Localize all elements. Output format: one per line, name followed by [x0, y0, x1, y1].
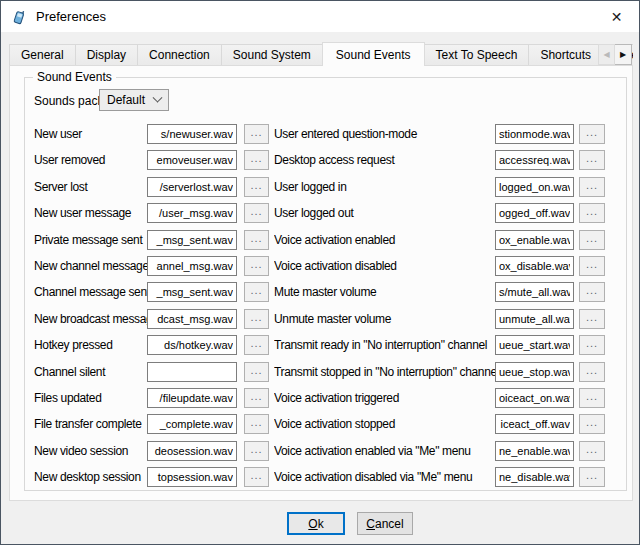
sounds-pack-value: Default	[107, 93, 145, 107]
sound-file-input-new-video-session[interactable]	[147, 441, 237, 461]
browse-button-user-removed[interactable]: ...	[244, 150, 269, 170]
groupbox-title: Sound Events	[33, 70, 116, 84]
browse-button-user-logged-out[interactable]: ...	[579, 203, 605, 223]
sound-file-input-user-logged-out[interactable]	[495, 203, 574, 223]
ok-button[interactable]: Ok	[287, 512, 345, 535]
sound-file-input-file-transfer-complete[interactable]	[147, 414, 237, 434]
sound-file-input-voice-activation-disabled[interactable]	[495, 256, 574, 276]
sounds-pack-select[interactable]: Default	[99, 89, 169, 111]
sound-file-input-voice-activation-disabled-via-me-menu[interactable]	[495, 467, 574, 487]
sound-file-input-new-channel-message[interactable]	[147, 256, 237, 276]
sound-file-input-voice-activation-triggered[interactable]	[495, 388, 574, 408]
sound-file-input-user-entered-question-mode[interactable]	[495, 124, 574, 144]
sound-event-label-channel-silent: Channel silent	[34, 365, 147, 379]
sound-event-rows: New user...User entered question-mode...…	[34, 124, 605, 493]
cancel-button[interactable]: Cancel	[357, 512, 413, 535]
browse-button-server-lost[interactable]: ...	[244, 177, 269, 197]
browse-button-voice-activation-triggered[interactable]: ...	[579, 388, 605, 408]
browse-button-new-broadcast-message[interactable]: ...	[244, 309, 269, 329]
tab-scroll-left-button[interactable]: ◀	[598, 44, 615, 65]
browse-button-voice-activation-stopped[interactable]: ...	[579, 414, 605, 434]
tab-general[interactable]: General	[9, 44, 76, 65]
browse-button-channel-silent[interactable]: ...	[244, 362, 269, 382]
browse-button-transmit-stopped-in-no-interruption-channel[interactable]: ...	[579, 362, 605, 382]
tab-text-to-speech[interactable]: Text To Speech	[424, 44, 530, 65]
sound-event-label-voice-activation-stopped: Voice activation stopped	[274, 417, 495, 431]
browse-button-mute-master-volume[interactable]: ...	[579, 282, 605, 302]
sound-file-input-new-user-message[interactable]	[147, 203, 237, 223]
browse-button-user-logged-in[interactable]: ...	[579, 177, 605, 197]
sound-event-label-new-desktop-session: New desktop session	[34, 470, 147, 484]
sound-file-input-private-message-sent[interactable]	[147, 230, 237, 250]
browse-button-new-desktop-session[interactable]: ...	[244, 467, 269, 487]
sound-event-row: New channel message...Voice activation d…	[34, 256, 605, 276]
sound-event-label-voice-activation-disabled-via-me-menu: Voice activation disabled via "Me" menu	[274, 470, 495, 484]
sound-file-input-transmit-stopped-in-no-interruption-channel[interactable]	[495, 362, 574, 382]
browse-button-new-channel-message[interactable]: ...	[244, 256, 269, 276]
sound-file-input-unmute-master-volume[interactable]	[495, 309, 574, 329]
sound-file-input-voice-activation-enabled[interactable]	[495, 230, 574, 250]
browse-button-desktop-access-request[interactable]: ...	[579, 150, 605, 170]
tab-sound-events[interactable]: Sound Events	[322, 42, 425, 66]
sound-event-label-voice-activation-triggered: Voice activation triggered	[274, 391, 495, 405]
tab-connection[interactable]: Connection	[137, 44, 222, 65]
sound-event-label-files-updated: Files updated	[34, 391, 147, 405]
sound-file-input-files-updated[interactable]	[147, 388, 237, 408]
sound-file-input-voice-activation-stopped[interactable]	[495, 414, 574, 434]
tab-display[interactable]: Display	[75, 44, 138, 65]
sound-file-input-server-lost[interactable]	[147, 177, 237, 197]
sound-file-input-new-user[interactable]	[147, 124, 237, 144]
sound-event-row: New desktop session...Voice activation d…	[34, 467, 605, 487]
browse-button-user-entered-question-mode[interactable]: ...	[579, 124, 605, 144]
sound-event-row: New broadcast message...Unmute master vo…	[34, 309, 605, 329]
sound-event-row: Channel silent...Transmit stopped in "No…	[34, 362, 605, 382]
sound-event-label-channel-message-sent: Channel message sent	[34, 285, 147, 299]
browse-button-file-transfer-complete[interactable]: ...	[244, 414, 269, 434]
sound-file-input-user-removed[interactable]	[147, 150, 237, 170]
close-button[interactable]: ✕	[594, 1, 639, 32]
sound-file-input-voice-activation-enabled-via-me-menu[interactable]	[495, 441, 574, 461]
browse-button-hotkey-pressed[interactable]: ...	[244, 335, 269, 355]
sound-file-input-transmit-ready-in-no-interruption-channel[interactable]	[495, 335, 574, 355]
preferences-dialog: Preferences ✕ GeneralDisplayConnectionSo…	[0, 0, 640, 545]
browse-button-voice-activation-disabled[interactable]: ...	[579, 256, 605, 276]
sound-event-row: New user...User entered question-mode...	[34, 124, 605, 144]
browse-button-transmit-ready-in-no-interruption-channel[interactable]: ...	[579, 335, 605, 355]
browse-button-private-message-sent[interactable]: ...	[244, 230, 269, 250]
sound-event-row: Private message sent...Voice activation …	[34, 230, 605, 250]
browse-button-voice-activation-disabled-via-me-menu[interactable]: ...	[579, 467, 605, 487]
sound-file-input-mute-master-volume[interactable]	[495, 282, 574, 302]
browse-button-new-user-message[interactable]: ...	[244, 203, 269, 223]
browse-button-new-user[interactable]: ...	[244, 124, 269, 144]
sound-file-input-new-desktop-session[interactable]	[147, 467, 237, 487]
sound-event-row: User removed...Desktop access request...	[34, 150, 605, 170]
tab-scroll-buttons: ◀ ▶	[598, 44, 632, 65]
tab-sound-system[interactable]: Sound System	[221, 44, 323, 65]
sound-event-label-desktop-access-request: Desktop access request	[274, 153, 495, 167]
browse-button-unmute-master-volume[interactable]: ...	[579, 309, 605, 329]
browse-button-new-video-session[interactable]: ...	[244, 441, 269, 461]
sound-event-label-user-removed: User removed	[34, 153, 147, 167]
browse-button-voice-activation-enabled[interactable]: ...	[579, 230, 605, 250]
sound-file-input-new-broadcast-message[interactable]	[147, 309, 237, 329]
sound-file-input-hotkey-pressed[interactable]	[147, 335, 237, 355]
chevron-down-icon	[153, 92, 163, 102]
sound-event-label-new-user: New user	[34, 127, 147, 141]
sound-event-label-new-user-message: New user message	[34, 206, 147, 220]
sound-event-label-mute-master-volume: Mute master volume	[274, 285, 495, 299]
sound-events-tab-page: Sound Events Sounds pack Default New use…	[9, 65, 633, 501]
browse-button-files-updated[interactable]: ...	[244, 388, 269, 408]
ok-button-label: Ok	[308, 517, 323, 531]
sound-file-input-channel-message-sent[interactable]	[147, 282, 237, 302]
cancel-button-label: Cancel	[366, 517, 403, 531]
sound-event-label-hotkey-pressed: Hotkey pressed	[34, 338, 147, 352]
sound-file-input-user-logged-in[interactable]	[495, 177, 574, 197]
sound-event-label-user-logged-out: User logged out	[274, 206, 495, 220]
tab-scroll-right-button[interactable]: ▶	[615, 44, 632, 65]
browse-button-voice-activation-enabled-via-me-menu[interactable]: ...	[579, 441, 605, 461]
browse-button-channel-message-sent[interactable]: ...	[244, 282, 269, 302]
tab-shortcuts[interactable]: Shortcuts	[528, 44, 603, 65]
sound-file-input-channel-silent[interactable]	[147, 362, 237, 382]
sound-event-label-user-logged-in: User logged in	[274, 180, 495, 194]
sound-file-input-desktop-access-request[interactable]	[495, 150, 574, 170]
